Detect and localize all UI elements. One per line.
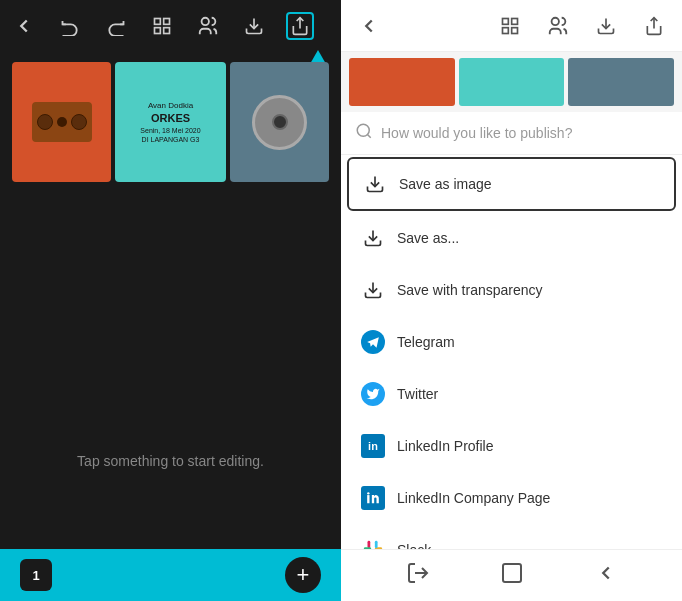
publish-item-linkedin-profile[interactable]: in LinkedIn Profile (347, 421, 676, 471)
svg-rect-0 (155, 19, 161, 25)
search-row: How would you like to publish? (341, 112, 682, 155)
thumb-slide-1[interactable] (349, 58, 455, 106)
speaker-right (71, 114, 87, 130)
thumbnail-strip (341, 52, 682, 112)
slide-2[interactable]: Avan Dodkia ORKES Senin, 18 Mei 2020 DI … (115, 62, 226, 182)
slack-icon (361, 538, 385, 549)
slide-3[interactable] (230, 62, 329, 182)
right-toolbar (341, 0, 682, 52)
svg-rect-3 (164, 28, 170, 34)
svg-point-14 (357, 124, 369, 136)
svg-point-11 (552, 17, 559, 24)
publish-item-save-transparency[interactable]: Save with transparency (347, 265, 676, 315)
reel-center (272, 114, 288, 130)
svg-rect-9 (503, 27, 509, 33)
thumb-slide-3[interactable] (568, 58, 674, 106)
svg-rect-10 (512, 27, 518, 33)
telegram-icon (361, 330, 385, 354)
publish-item-telegram[interactable]: Telegram (347, 317, 676, 367)
publish-item-slack[interactable]: Slack (347, 525, 676, 549)
search-icon (355, 122, 373, 144)
right-share-button[interactable] (640, 12, 668, 40)
publish-item-save-as[interactable]: Save as... (347, 213, 676, 263)
linkedin-profile-label: LinkedIn Profile (397, 438, 494, 454)
linkedin-company-label: LinkedIn Company Page (397, 490, 550, 506)
svg-rect-1 (164, 19, 170, 25)
right-back-button[interactable] (355, 12, 383, 40)
tap-hint: Tap something to start editing. (77, 453, 264, 469)
right-layers-button[interactable] (496, 12, 524, 40)
add-page-button[interactable]: + (285, 557, 321, 593)
people-button[interactable] (194, 12, 222, 40)
save-as-image-icon (363, 172, 387, 196)
slide2-date: Senin, 18 Mei 2020 (140, 127, 200, 134)
publish-item-twitter[interactable]: Twitter (347, 369, 676, 419)
film-reel-icon (252, 95, 307, 150)
design-preview: Avan Dodkia ORKES Senin, 18 Mei 2020 DI … (12, 62, 329, 182)
page-number-badge[interactable]: 1 (20, 559, 52, 591)
svg-point-4 (202, 18, 209, 25)
right-people-button[interactable] (544, 12, 572, 40)
slide-1[interactable] (12, 62, 111, 182)
twitter-icon (361, 382, 385, 406)
right-nav-tab3[interactable] (595, 562, 617, 589)
publish-list: Save as image Save as... Save with trans… (341, 155, 682, 549)
publish-item-linkedin-company[interactable]: LinkedIn Company Page (347, 473, 676, 523)
boombox-icon (32, 102, 92, 142)
twitter-label: Twitter (397, 386, 438, 402)
left-panel: Avan Dodkia ORKES Senin, 18 Mei 2020 DI … (0, 0, 341, 601)
right-nav-tab1[interactable] (406, 561, 430, 590)
slack-label: Slack (397, 542, 431, 549)
layers-button[interactable] (148, 12, 176, 40)
svg-rect-30 (503, 564, 521, 582)
speaker-left (37, 114, 53, 130)
undo-button[interactable] (56, 12, 84, 40)
save-as-icon (361, 226, 385, 250)
back-button[interactable] (10, 12, 38, 40)
redo-button[interactable] (102, 12, 130, 40)
slide2-author: Avan Dodkia (148, 101, 193, 110)
publish-search-input[interactable]: How would you like to publish? (381, 125, 668, 141)
svg-rect-8 (512, 18, 518, 24)
svg-line-15 (367, 134, 370, 137)
linkedin-profile-icon: in (361, 434, 385, 458)
right-nav-tab2[interactable] (500, 561, 524, 590)
svg-rect-19 (367, 495, 369, 503)
svg-rect-2 (155, 28, 161, 34)
slide2-location: DI LAPANGAN G3 (142, 136, 200, 143)
left-bottom-bar: 1 + (0, 549, 341, 601)
left-toolbar (0, 0, 341, 52)
svg-rect-21 (368, 541, 371, 548)
right-download-button[interactable] (592, 12, 620, 40)
slide2-title: ORKES (151, 112, 190, 125)
save-as-label: Save as... (397, 230, 459, 246)
right-panel: How would you like to publish? Save as i… (341, 0, 682, 601)
telegram-label: Telegram (397, 334, 455, 350)
speaker-center (57, 117, 67, 127)
svg-rect-25 (375, 541, 378, 548)
linkedin-company-icon (361, 486, 385, 510)
share-button[interactable] (286, 12, 314, 40)
canvas-area: Avan Dodkia ORKES Senin, 18 Mei 2020 DI … (0, 52, 341, 549)
save-transparency-icon (361, 278, 385, 302)
svg-point-20 (367, 492, 369, 494)
download-button[interactable] (240, 12, 268, 40)
thumb-slide-2[interactable] (459, 58, 565, 106)
save-as-image-label: Save as image (399, 176, 492, 192)
svg-rect-7 (503, 18, 509, 24)
save-transparency-label: Save with transparency (397, 282, 543, 298)
publish-item-save-as-image[interactable]: Save as image (347, 157, 676, 211)
svg-rect-23 (364, 547, 371, 549)
right-bottom-nav (341, 549, 682, 601)
